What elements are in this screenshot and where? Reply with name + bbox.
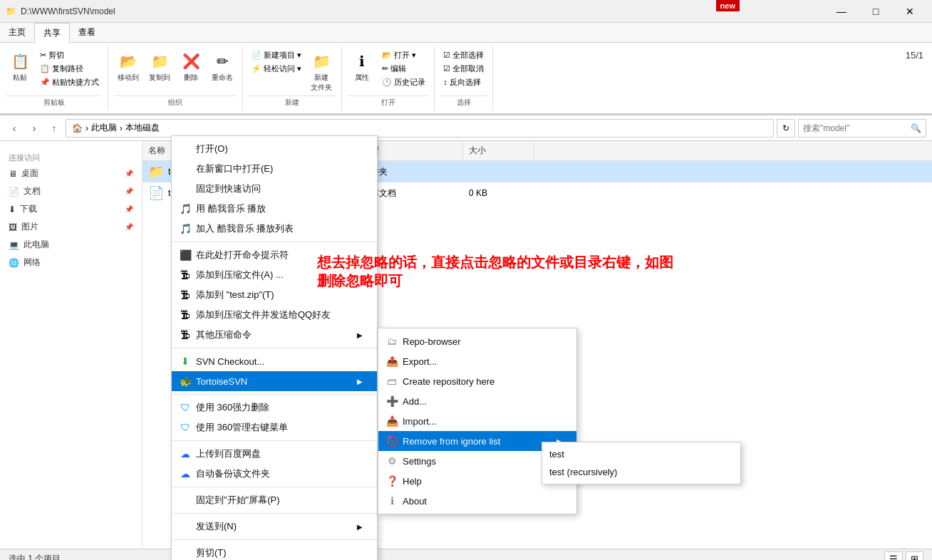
cut-button[interactable]: ✂ 剪切 <box>37 48 102 62</box>
minimize-button[interactable]: — <box>825 0 858 23</box>
ctx-baidu-upload[interactable]: ☁ 上传到百度网盘 <box>172 444 377 464</box>
new-badge: new <box>716 0 740 11</box>
tortoise-arrow-icon: ▶ <box>357 378 363 385</box>
path-computer[interactable]: 此电脑 <box>91 122 117 134</box>
tortoise-icon: 🐢 <box>179 375 192 388</box>
paste-shortcut-button[interactable]: 📌 粘贴快捷方式 <box>37 76 102 89</box>
ctx-other-compress[interactable]: 🗜 其他压缩命令 ▶ <box>172 325 377 345</box>
ctx-add[interactable]: ➕ Add... <box>378 391 576 411</box>
search-box[interactable]: 🔍 <box>798 119 926 138</box>
close-button[interactable]: ✕ <box>894 0 926 23</box>
sidebar-item-downloads[interactable]: ⬇ 下载 📌 <box>0 200 142 218</box>
cmd-icon: ⬛ <box>179 249 192 261</box>
create-repo-icon: 🗃 <box>385 375 398 388</box>
history-button[interactable]: 🕐 历史记录 <box>379 76 428 89</box>
ignore-icon: 🚫 <box>385 435 398 447</box>
edit-button[interactable]: ✏ 编辑 <box>379 62 428 76</box>
sidebar-item-desktop[interactable]: 🖥 桌面 📌 <box>0 165 142 182</box>
new-folder-button[interactable]: 📁 新建文件夹 <box>307 48 336 94</box>
copy-to-button[interactable]: 📁 复制到 <box>145 48 174 84</box>
ctx-sep-3 <box>172 394 377 395</box>
ctx-open-new-window[interactable]: 在新窗口中打开(E) <box>172 159 377 179</box>
ctx-ignore-test-recursive[interactable]: test (recursively) <box>542 463 740 481</box>
maximize-button[interactable]: □ <box>859 0 892 23</box>
ctx-auto-backup[interactable]: ☁ 自动备份该文件夹 <box>172 464 377 484</box>
ctx-sep-7 <box>172 539 377 540</box>
documents-icon: 📄 <box>9 187 19 197</box>
file-size-testtxt: 0 KB <box>463 188 534 198</box>
ctx-repo-browser[interactable]: 🗂 Repo-browser <box>378 331 576 351</box>
window-controls[interactable]: — □ ✕ <box>825 0 926 23</box>
forward-button[interactable]: › <box>26 120 43 137</box>
ctx-open-cmd[interactable]: ⬛ 在此处打开命令提示符 <box>172 245 377 265</box>
move-to-button[interactable]: 📂 移动到 <box>114 48 143 84</box>
compress-icon: 🗜 <box>179 328 192 341</box>
ctx-add-zip[interactable]: 🗜 添加到压缩文件(A) ... <box>172 265 377 285</box>
properties-button[interactable]: ℹ 属性 <box>348 48 376 84</box>
clipboard-col: ✂ 剪切 📋 复制路径 📌 粘贴快捷方式 <box>37 48 102 89</box>
path-sep-1: › <box>86 123 88 133</box>
rename-button[interactable]: ✏ 重命名 <box>208 48 237 84</box>
select-all-button[interactable]: ☑ 全部选择 <box>440 48 487 62</box>
sidebar-item-pictures[interactable]: 🖼 图片 📌 <box>0 218 142 236</box>
sidebar-item-computer[interactable]: 💻 此电脑 <box>0 236 142 254</box>
col-size[interactable]: 大小 <box>463 141 534 160</box>
up-button[interactable]: ↑ <box>46 120 63 137</box>
copy-path-button[interactable]: 📋 复制路径 <box>37 62 102 76</box>
open-button[interactable]: 📂 打开 ▾ <box>379 48 428 62</box>
path-disk[interactable]: 本地磁盘 <box>125 122 160 134</box>
ctx-open[interactable]: 打开(O) <box>172 139 377 159</box>
ribbon-group-organize: 📂 移动到 📁 复制到 ❌ 删除 ✏ 重命名 组织 <box>108 46 243 110</box>
ctx-send-to[interactable]: 发送到(N) ▶ <box>172 517 377 536</box>
ctx-play-music[interactable]: 🎵 用 酷我音乐 播放 <box>172 199 377 219</box>
ctx-tortoise-svn[interactable]: 🐢 TortoiseSVN ▶ <box>172 371 377 391</box>
delete-button[interactable]: ❌ 删除 <box>177 48 205 84</box>
arrow-icon: ▶ <box>357 331 363 339</box>
ctx-add-zip-qq[interactable]: 🗜 添加到压缩文件并发送给QQ好友 <box>172 305 377 325</box>
ctx-about[interactable]: ℹ About <box>378 491 576 511</box>
ctx-export[interactable]: 📤 Export... <box>378 351 576 371</box>
tab-share[interactable]: 共享 <box>34 23 70 43</box>
backup-icon: ☁ <box>179 467 192 480</box>
ctx-ignore-test[interactable]: test <box>542 445 740 463</box>
deselect-all-button[interactable]: ☑ 全部取消 <box>440 62 487 76</box>
back-button[interactable]: ‹ <box>6 120 23 137</box>
ctx-cut[interactable]: 剪切(T) <box>172 543 377 560</box>
tab-view[interactable]: 查看 <box>70 22 104 42</box>
sidebar-item-documents[interactable]: 📄 文档 📌 <box>0 182 142 200</box>
360-delete-icon: 🛡 <box>179 401 192 414</box>
export-icon: 📤 <box>385 355 398 368</box>
paste-button[interactable]: 📋 粘贴 <box>6 48 34 84</box>
refresh-button[interactable]: ↻ <box>777 119 795 138</box>
organize-label: 组织 <box>114 95 237 108</box>
list-view-button[interactable]: ☰ <box>884 551 903 560</box>
easy-access-button[interactable]: ⚡ 轻松访问 ▾ <box>249 62 304 76</box>
new-item-button[interactable]: 📄 新建项目 ▾ <box>249 48 304 62</box>
new-folder-icon: 📁 <box>310 50 333 73</box>
import-icon: 📥 <box>385 415 398 427</box>
ctx-pin-start[interactable]: 固定到"开始"屏幕(P) <box>172 490 377 510</box>
search-input[interactable] <box>803 123 911 133</box>
ctx-import[interactable]: 📥 Import... <box>378 411 576 431</box>
detail-view-button[interactable]: ⊞ <box>906 551 923 560</box>
sidebar-item-network[interactable]: 🌐 网络 <box>0 254 142 271</box>
ctx-create-repo[interactable]: 🗃 Create repository here <box>378 371 576 391</box>
folder-icon: 📁 <box>6 6 16 16</box>
ctx-svn-checkout[interactable]: ⬇ SVN Checkout... <box>172 351 377 371</box>
ctx-360-delete[interactable]: 🛡 使用 360强力删除 <box>172 398 377 418</box>
send-arrow-icon: ▶ <box>357 523 363 531</box>
ctx-sep-1 <box>172 242 377 242</box>
ctx-360-manage[interactable]: 🛡 使用 360管理右键菜单 <box>172 418 377 437</box>
properties-icon: ℹ <box>351 50 373 73</box>
delete-icon: ❌ <box>180 50 202 73</box>
add-icon: ➕ <box>385 395 398 408</box>
ctx-sep-5 <box>172 487 377 487</box>
ctx-add-playlist[interactable]: 🎵 加入 酷我音乐 播放列表 <box>172 219 377 239</box>
address-path[interactable]: 🏠 › 此电脑 › 本地磁盘 <box>66 119 774 138</box>
invert-select-button[interactable]: ↕ 反向选择 <box>440 76 487 89</box>
ctx-sep-4 <box>172 440 377 441</box>
tab-home[interactable]: 主页 <box>0 22 34 42</box>
ctx-add-testzip[interactable]: 🗜 添加到 "test.zip"(T) <box>172 285 377 305</box>
ctx-pin-quick[interactable]: 固定到快速访问 <box>172 179 377 199</box>
ribbon-tabs: 主页 共享 查看 <box>0 23 932 43</box>
